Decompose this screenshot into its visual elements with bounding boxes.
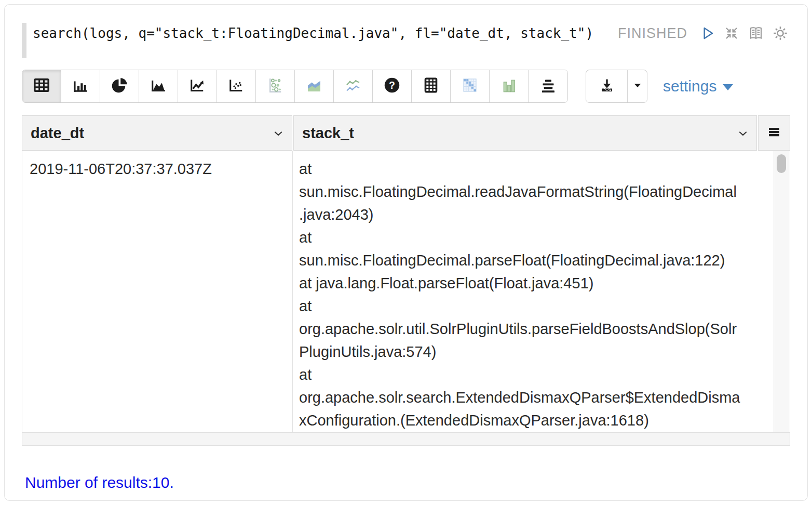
- area-chart-icon: [149, 76, 168, 97]
- chevron-down-icon[interactable]: [737, 127, 749, 142]
- viz-horizontal-bar-chart-button[interactable]: [529, 70, 567, 102]
- table-icon: [32, 76, 51, 97]
- shrink-icon[interactable]: [723, 24, 740, 42]
- column-label: stack_t: [294, 125, 354, 142]
- column-chart-icon: [499, 76, 518, 97]
- download-icon: [598, 76, 616, 96]
- caret-down-icon: [631, 79, 644, 94]
- cell-date-dt: 2019-11-06T20:37:37.037Z: [30, 157, 212, 180]
- viz-help-button[interactable]: ?: [373, 70, 412, 102]
- vertical-scrollbar-track[interactable]: [774, 151, 789, 432]
- bubble-chart-icon: [266, 76, 285, 97]
- horizontal-scrollbar-track[interactable]: [22, 432, 790, 446]
- chevron-down-icon[interactable]: [272, 127, 285, 142]
- viz-scatter-chart-button[interactable]: [217, 70, 256, 102]
- run-icon[interactable]: [698, 24, 716, 42]
- grid-table-icon: [422, 76, 440, 97]
- column-header-date-dt[interactable]: date_dt: [22, 115, 292, 151]
- column-header-stack-t[interactable]: stack_t: [293, 115, 757, 151]
- viz-stacked-area-chart-button[interactable]: [295, 70, 334, 102]
- cell-stack-t: atsun.misc.FloatingDecimal.readJavaForma…: [299, 157, 769, 432]
- help-icon: ?: [383, 76, 401, 97]
- line-chart-icon: [188, 76, 207, 97]
- pie-chart-icon: [110, 76, 129, 97]
- stack-trace-line: at: [299, 363, 769, 386]
- viz-line-chart-button[interactable]: [178, 70, 217, 102]
- viz-bar-chart-button[interactable]: [61, 70, 100, 102]
- settings-dropdown[interactable]: settings: [663, 70, 733, 103]
- viz-table-button[interactable]: [22, 70, 61, 102]
- heatmap-icon: [461, 76, 479, 97]
- gear-icon[interactable]: [772, 24, 789, 42]
- bar-chart-icon: [71, 76, 90, 97]
- stack-trace-line: org.apache.solr.search.ExtendedDismaxQPa…: [299, 386, 769, 409]
- editor-gutter: [22, 23, 26, 58]
- stack-trace-line: sun.misc.FloatingDecimal.parseFloat(Floa…: [299, 249, 769, 272]
- table-menu-button[interactable]: [758, 115, 790, 151]
- column-label: date_dt: [22, 125, 84, 142]
- stacked-area-chart-icon: [305, 76, 323, 97]
- stack-trace-line: at: [299, 226, 769, 249]
- download-options-button[interactable]: [628, 70, 647, 102]
- stack-trace-line: at java.lang.Float.parseFloat(Float.java…: [299, 272, 769, 295]
- viz-area-chart-button[interactable]: [139, 70, 178, 102]
- viz-grid-table-button[interactable]: [412, 70, 451, 102]
- viz-column-chart-button[interactable]: [490, 70, 529, 102]
- hamburger-menu-icon: [766, 124, 782, 142]
- viz-multi-line-chart-button[interactable]: [334, 70, 373, 102]
- download-button-group: [586, 70, 647, 103]
- settings-caret-icon: [723, 84, 733, 90]
- paragraph-controls: FINISHED: [618, 23, 789, 44]
- stack-trace-line: .java:2043): [299, 203, 769, 226]
- viz-heatmap-button[interactable]: [451, 70, 490, 102]
- visualization-toolbar: ?: [22, 70, 568, 103]
- column-divider: [292, 151, 293, 432]
- stack-trace-line: PluginUtils.java:574): [299, 340, 769, 363]
- stack-trace-line: at: [299, 295, 769, 317]
- viz-bubble-chart-button[interactable]: [256, 70, 295, 102]
- stack-trace-line: xConfiguration.(ExtendedDismaxQParser.ja…: [299, 409, 769, 432]
- download-button[interactable]: [586, 70, 628, 102]
- stack-trace-line: sun.misc.FloatingDecimal.readJavaFormatS…: [299, 180, 769, 203]
- svg-text:?: ?: [389, 79, 395, 91]
- notebook-icon[interactable]: [747, 24, 765, 42]
- stack-trace-line: org.apache.solr.util.SolrPluginUtils.par…: [299, 317, 769, 340]
- vertical-scrollbar-thumb[interactable]: [777, 154, 786, 173]
- multi-line-chart-icon: [344, 76, 362, 97]
- settings-label: settings: [663, 77, 716, 95]
- code-editor[interactable]: search(logs, q="stack_t:FloatingDecimal.…: [33, 25, 593, 42]
- zeppelin-paragraph: search(logs, q="stack_t:FloatingDecimal.…: [0, 0, 812, 505]
- stack-trace-line: at: [299, 157, 769, 180]
- scatter-chart-icon: [227, 76, 246, 97]
- results-count-text: Number of results:10.: [25, 474, 174, 491]
- status-badge: FINISHED: [618, 25, 687, 42]
- horizontal-bar-chart-icon: [539, 76, 558, 97]
- viz-pie-chart-button[interactable]: [100, 70, 139, 102]
